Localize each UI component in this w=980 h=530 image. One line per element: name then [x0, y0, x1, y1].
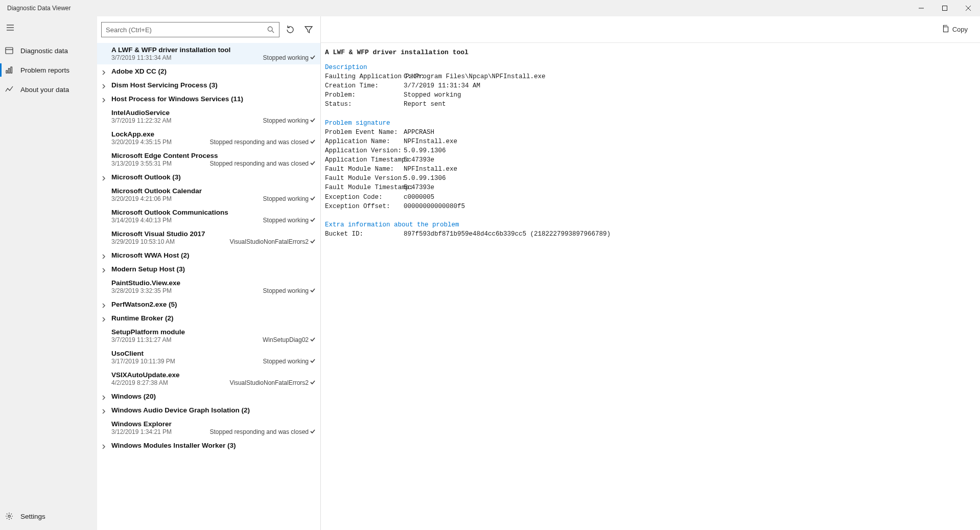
list-item[interactable]: Microsoft Outlook Calendar3/20/2019 4:21… — [97, 184, 320, 205]
sidebar-item-diagnostic-data[interactable]: Diagnostic data — [0, 41, 97, 60]
group-title: Windows (20) — [111, 393, 315, 400]
detail-row: Application Timestamp:5c47393e — [325, 155, 980, 165]
detail-body: A LWF & WFP driver installation toolDesc… — [321, 43, 980, 530]
detail-row: Problem:Stopped working — [325, 90, 980, 100]
item-status: WinSetupDiag02 — [263, 336, 315, 343]
list-group[interactable]: Modern Setup Host (3) — [97, 262, 320, 276]
search-box[interactable] — [101, 22, 279, 37]
list-group[interactable]: Microsoft WWA Host (2) — [97, 248, 320, 262]
svg-rect-11 — [11, 67, 12, 73]
group-title: Microsoft WWA Host (2) — [111, 251, 315, 259]
check-icon — [310, 428, 315, 435]
check-icon — [310, 195, 315, 202]
diagnostic-data-icon — [5, 47, 13, 55]
svg-line-14 — [272, 31, 274, 33]
detail-row: Creation Time:3/7/2019 11:31:34 AM — [325, 81, 980, 90]
copy-button[interactable]: Copy — [938, 22, 971, 36]
list-group[interactable]: Adobe XD CC (2) — [97, 64, 320, 78]
svg-point-13 — [268, 27, 272, 31]
svg-rect-1 — [943, 6, 947, 11]
item-status: VisualStudioNonFatalErrors2 — [229, 379, 315, 386]
chevron-right-icon — [101, 394, 107, 400]
search-icon — [267, 26, 275, 33]
list-item[interactable]: Microsoft Outlook Communications3/14/201… — [97, 205, 320, 227]
chevron-right-icon — [101, 83, 107, 89]
detail-key: Fault Module Timestamp: — [325, 183, 404, 192]
hamburger-button[interactable] — [0, 17, 20, 38]
list-group[interactable]: Host Process for Windows Services (11) — [97, 92, 320, 106]
list-item[interactable]: Windows Explorer3/12/2019 1:34:21 PMStop… — [97, 417, 320, 439]
list-item[interactable]: SetupPlatform module3/7/2019 11:31:27 AM… — [97, 325, 320, 347]
list-item[interactable]: UsoClient3/17/2019 10:11:39 PMStopped wo… — [97, 347, 320, 368]
item-title: Microsoft Outlook Communications — [111, 209, 315, 216]
detail-heading: Extra information about the problem — [325, 221, 459, 228]
sidebar-item-label: About your data — [20, 86, 69, 94]
item-title: VSIXAutoUpdate.exe — [111, 371, 315, 379]
item-timestamp: 3/7/2019 11:31:34 AM — [111, 54, 171, 61]
check-icon — [310, 379, 315, 386]
detail-toolbar: Copy — [321, 16, 980, 43]
list-item[interactable]: LockApp.exe3/20/2019 4:35:15 PMStopped r… — [97, 127, 320, 149]
detail-key: Application Name: — [325, 137, 404, 146]
list-item[interactable]: Microsoft Edge Content Process3/13/2019 … — [97, 149, 320, 170]
detail-key: Status: — [325, 100, 404, 109]
check-icon — [310, 54, 315, 61]
group-title: PerfWatson2.exe (5) — [111, 301, 315, 308]
detail-heading: Problem signature — [325, 120, 390, 127]
item-timestamp: 3/7/2019 11:22:32 AM — [111, 117, 171, 124]
sidebar-item-label: Diagnostic data — [20, 47, 68, 55]
refresh-button[interactable] — [283, 22, 298, 37]
detail-value: APPCRASH — [404, 129, 434, 136]
item-timestamp: 3/20/2019 4:35:15 PM — [111, 139, 172, 146]
close-button[interactable] — [956, 0, 980, 16]
detail-key: Fault Module Version: — [325, 174, 404, 183]
check-icon — [310, 139, 315, 146]
list-group[interactable]: Runtime Broker (2) — [97, 311, 320, 325]
list-group[interactable]: Windows Modules Installer Worker (3) — [97, 439, 320, 452]
list-group[interactable]: PerfWatson2.exe (5) — [97, 297, 320, 311]
detail-row: Problem Event Name:APPCRASH — [325, 128, 980, 137]
gear-icon — [5, 512, 13, 520]
item-title: A LWF & WFP driver installation tool — [111, 46, 315, 54]
detail-key: Creation Time: — [325, 81, 404, 90]
detail-value: Report sent — [404, 101, 446, 108]
maximize-button[interactable] — [933, 0, 956, 16]
chevron-right-icon — [101, 175, 107, 181]
list-item[interactable]: PaintStudio.View.exe3/28/2019 3:32:35 PM… — [97, 276, 320, 297]
sidebar-item-settings[interactable]: Settings — [0, 506, 97, 526]
svg-rect-10 — [9, 68, 10, 73]
list-item[interactable]: IntelAudioService3/7/2019 11:22:32 AMSto… — [97, 106, 320, 127]
report-list[interactable]: A LWF & WFP driver installation tool3/7/… — [97, 43, 320, 530]
minimize-button[interactable] — [909, 0, 933, 16]
check-icon — [310, 336, 315, 343]
check-icon — [310, 238, 315, 245]
sidebar-item-about-your-data[interactable]: About your data — [0, 80, 97, 99]
search-input[interactable] — [106, 26, 267, 34]
item-timestamp: 3/28/2019 3:32:35 PM — [111, 287, 172, 294]
detail-value: 897f593dbf871b959e48d4cc6b339cc5 (218222… — [404, 231, 611, 238]
chevron-right-icon — [101, 302, 107, 308]
item-status: Stopped responding and was closed — [210, 428, 315, 435]
detail-row: Status:Report sent — [325, 100, 980, 109]
list-group[interactable]: Windows (20) — [97, 389, 320, 403]
list-item[interactable]: A LWF & WFP driver installation tool3/7/… — [97, 43, 320, 64]
list-group[interactable]: Microsoft Outlook (3) — [97, 170, 320, 184]
sidebar-item-problem-reports[interactable]: Problem reports — [0, 60, 97, 80]
sidebar: Diagnostic data Problem reports About yo… — [0, 16, 97, 530]
item-status: Stopped working — [263, 117, 315, 124]
list-item[interactable]: VSIXAutoUpdate.exe4/2/2019 8:27:38 AMVis… — [97, 368, 320, 389]
detail-key: Problem Event Name: — [325, 128, 404, 137]
item-status: Stopped working — [263, 54, 315, 61]
item-title: Microsoft Outlook Calendar — [111, 187, 315, 195]
detail-value: NPFInstall.exe — [404, 166, 457, 173]
list-group[interactable]: Windows Audio Device Graph Isolation (2) — [97, 403, 320, 417]
chevron-right-icon — [101, 97, 107, 103]
item-timestamp: 3/13/2019 3:55:31 PM — [111, 160, 172, 167]
list-item[interactable]: Microsoft Visual Studio 20173/29/2019 10… — [97, 227, 320, 248]
item-status: Stopped working — [263, 358, 315, 365]
svg-marker-15 — [305, 27, 312, 33]
filter-button[interactable] — [301, 22, 316, 37]
list-group[interactable]: Dism Host Servicing Process (3) — [97, 78, 320, 92]
item-timestamp: 3/12/2019 1:34:21 PM — [111, 428, 172, 435]
item-timestamp: 3/14/2019 4:40:13 PM — [111, 217, 172, 224]
